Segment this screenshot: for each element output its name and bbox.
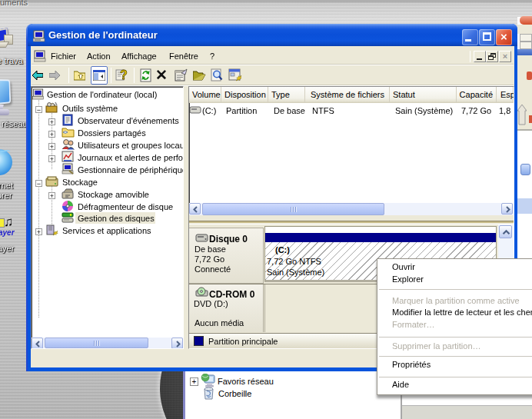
svg-text:?: ? xyxy=(120,68,128,81)
